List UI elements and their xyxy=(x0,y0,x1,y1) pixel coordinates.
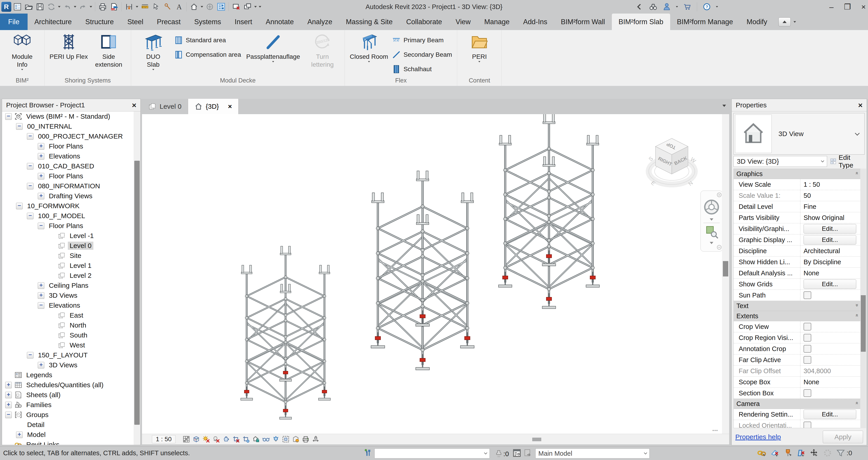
unlocked-3d-view-icon[interactable] xyxy=(251,435,261,444)
edit-button[interactable]: Edit... xyxy=(804,409,856,419)
expand-icon[interactable]: + xyxy=(5,392,12,398)
tag-icon[interactable] xyxy=(162,1,173,12)
design-option-combobox[interactable]: Main Model xyxy=(535,449,650,458)
property-value[interactable]: None xyxy=(800,268,860,278)
workset-combobox[interactable] xyxy=(374,449,490,458)
ribbon-tab-insert[interactable]: Insert xyxy=(228,13,259,30)
tree-item-views-bim-m-standard-[interactable]: −Views (BIM² - M - Standard) xyxy=(2,111,134,121)
expand-icon[interactable]: + xyxy=(5,402,12,408)
expand-icon[interactable]: + xyxy=(38,193,44,199)
instance-selector[interactable]: 3D View: {3D} xyxy=(734,156,827,167)
ribbon-tab-massing-site[interactable]: Massing & Site xyxy=(339,13,400,30)
collapse-icon[interactable]: − xyxy=(27,163,33,169)
collapse-icon[interactable]: − xyxy=(27,213,33,219)
view-cube[interactable]: S W E N TOP RIGHT BACK xyxy=(645,133,699,193)
tree-item-100-f-model[interactable]: −100_F_MODEL xyxy=(2,211,134,221)
aligned-dimension-icon[interactable] xyxy=(140,1,150,12)
design-options-icon[interactable] xyxy=(513,449,521,458)
section-icon[interactable] xyxy=(205,1,215,12)
ribbon-button-peri-up-flex[interactable]: PERI Up Flex xyxy=(48,30,90,75)
ribbon-collapse-button[interactable] xyxy=(778,18,791,27)
worksets-icon[interactable] xyxy=(364,449,373,458)
modify-arrow-icon[interactable] xyxy=(151,1,161,12)
ribbon-button-primary-beam[interactable]: Primary Beam xyxy=(392,35,452,46)
visual-style-icon[interactable] xyxy=(191,435,201,444)
property-value[interactable] xyxy=(800,321,860,332)
search-binoculars-icon[interactable] xyxy=(648,1,658,12)
reveal-hidden-icon[interactable] xyxy=(271,435,281,444)
property-value[interactable]: Fine xyxy=(800,201,860,212)
edit-button[interactable]: Edit... xyxy=(804,280,856,289)
expand-icon[interactable]: + xyxy=(38,173,44,179)
property-value[interactable]: Edit... xyxy=(800,409,860,420)
sun-path-off-icon[interactable] xyxy=(201,435,211,444)
section-collapse-icon[interactable]: » xyxy=(854,402,860,404)
ribbon-button-compensation-area[interactable]: Compensation area xyxy=(174,49,241,60)
shoring-towers-3d-model[interactable] xyxy=(142,114,729,434)
tree-item-level-0[interactable]: +Level 0 xyxy=(2,241,134,251)
select-pinned-icon[interactable] xyxy=(784,449,793,458)
temporary-hide-isolate-icon[interactable] xyxy=(261,435,271,444)
edit-type-button[interactable]: Edit Type xyxy=(830,154,864,169)
ribbon-tab-annotate[interactable]: Annotate xyxy=(259,13,301,30)
properties-header[interactable]: Properties × xyxy=(732,99,867,111)
tree-item-families[interactable]: +Families xyxy=(2,400,134,410)
tree-item-3d-views[interactable]: +3D Views xyxy=(2,291,134,300)
collapse-icon[interactable]: − xyxy=(38,302,44,309)
export-pdf-icon[interactable]: PDF xyxy=(109,1,119,12)
tree-item-080-information[interactable]: −080_INFORMATION xyxy=(2,181,134,191)
select-by-face-icon[interactable] xyxy=(797,449,806,458)
tree-item-site[interactable]: +Site xyxy=(2,251,134,261)
tree-item-010-cad-based[interactable]: −010_CAD_BASED xyxy=(2,161,134,171)
tree-item-revit-links[interactable]: +Revit Links xyxy=(2,440,134,445)
apply-button[interactable]: Apply xyxy=(823,431,863,443)
property-value[interactable] xyxy=(800,420,860,428)
ribbon-tab-structure[interactable]: Structure xyxy=(79,13,121,30)
tree-item-ceiling-plans[interactable]: +Ceiling Plans xyxy=(2,281,134,291)
dropdown-icon[interactable] xyxy=(676,6,678,7)
edit-button[interactable]: Edit... xyxy=(804,224,856,233)
checkbox-unchecked[interactable] xyxy=(804,334,811,341)
tree-item-floor-plans[interactable]: +Floor Plans xyxy=(2,141,134,151)
model-canvas[interactable]: S W E N TOP RIGHT BACK xyxy=(142,114,729,434)
restore-button[interactable]: ❐ xyxy=(844,2,851,11)
resize-grip[interactable]: ▪▪▪ xyxy=(712,428,721,433)
properties-help-link[interactable]: Properties help xyxy=(735,433,781,441)
ribbon-collapse-dropdown-icon[interactable] xyxy=(794,21,796,23)
navigation-bar[interactable] xyxy=(701,191,723,252)
property-value[interactable]: 1 : 50 xyxy=(800,179,860,190)
revit-logo[interactable]: R xyxy=(1,2,11,12)
view-tab--3d-[interactable]: {3D}× xyxy=(188,99,239,114)
undo-icon[interactable] xyxy=(62,1,72,12)
reset-icon[interactable] xyxy=(823,449,832,458)
editable-only-icon[interactable] xyxy=(494,449,503,458)
ribbon-tab-add-ins[interactable]: Add-Ins xyxy=(517,13,554,30)
dropdown-icon[interactable] xyxy=(478,61,480,62)
checkbox-unchecked[interactable] xyxy=(804,345,811,353)
collapse-icon[interactable]: − xyxy=(5,113,12,120)
select-underlay-icon[interactable] xyxy=(771,449,780,458)
print-icon[interactable] xyxy=(97,1,108,12)
project-browser-header[interactable]: Project Browser - Project1 × xyxy=(2,99,141,111)
tree-item-floor-plans[interactable]: +Floor Plans xyxy=(2,171,134,181)
select-links-icon[interactable] xyxy=(757,449,767,458)
dropdown-icon[interactable] xyxy=(272,61,274,62)
property-value[interactable]: 50 xyxy=(800,190,860,201)
properties-scrollbar[interactable] xyxy=(860,169,866,428)
close-icon[interactable]: × xyxy=(858,101,863,110)
property-value[interactable] xyxy=(800,290,860,301)
ribbon-button-side-extension[interactable]: Side extension xyxy=(90,30,128,75)
collapse-icon[interactable]: − xyxy=(27,352,33,359)
property-value[interactable] xyxy=(800,355,860,365)
close-view-icon[interactable]: × xyxy=(228,103,232,110)
cart-icon[interactable] xyxy=(682,1,692,12)
property-value[interactable]: Edit... xyxy=(800,223,860,234)
tree-item-elevations[interactable]: −Elevations xyxy=(2,300,134,310)
properties-section-camera[interactable]: Camera» xyxy=(734,399,860,409)
dropdown-icon[interactable] xyxy=(152,69,154,70)
collapse-icon[interactable]: − xyxy=(5,412,12,418)
dropdown-icon[interactable] xyxy=(368,61,370,62)
minimize-button[interactable]: – xyxy=(829,2,834,11)
drag-on-selection-icon[interactable] xyxy=(810,449,819,458)
tree-item-detail[interactable]: +Detail xyxy=(2,420,134,430)
